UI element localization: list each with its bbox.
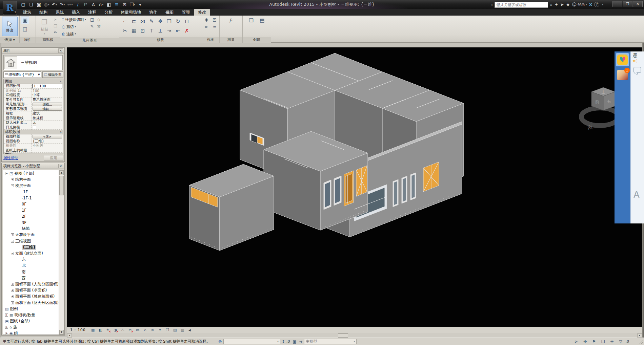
drawing-area-3d-view[interactable]: 南上前右 [67,47,642,327]
press-drag-icon[interactable]: ⚑ [592,339,596,344]
tree-item[interactable]: 北 [3,263,64,269]
center-window-2-glass[interactable] [335,178,340,203]
property-checkbox[interactable] [33,126,36,129]
browser-scrollbar[interactable]: ▲ ▼ [59,170,64,335]
viewcube-front-label[interactable]: 前 [595,100,599,104]
tree-item[interactable]: 东 [3,257,64,263]
browser-close-icon[interactable]: ✕ [58,164,63,168]
tab-系统[interactable]: 系统 [52,9,68,16]
detail-level-icon[interactable]: ▦ [90,327,96,332]
ribbon-display-toggle[interactable]: ▣▾ [163,10,175,15]
apply-button[interactable]: 应用 [44,155,63,160]
tree-item[interactable]: +▦明细表/数量 [3,312,64,318]
worksets-icon[interactable]: ⊚ [218,339,222,344]
linework-icon[interactable]: ✏ [203,24,209,30]
undo-icon[interactable]: ↶▾ [51,1,58,8]
vcb-collapse-icon[interactable]: ◀ [188,328,191,332]
revit-application-menu[interactable]: R ▾ [3,1,17,15]
visual-style-icon[interactable]: ◧ [98,327,103,332]
expand-box-icon[interactable]: + [11,283,14,286]
measure-between-refs-icon[interactable]: ∕▾ [227,17,235,24]
offset-tool-icon[interactable]: ⊏ [130,18,138,25]
tree-item[interactable]: -1F-1 [3,195,64,201]
show-crop-region-icon[interactable]: ▭ [135,327,141,332]
collapse-box-icon[interactable]: − [11,252,14,255]
design-option-combo[interactable]: 主模型▾ [304,339,357,344]
copy-to-clipboard-icon[interactable]: ❐ [53,23,59,29]
tree-item[interactable]: −楼层平面 [3,182,64,189]
scroll-up-icon[interactable]: ▲ [59,170,64,175]
scroll-down-icon[interactable]: ▼ [59,330,64,335]
tree-item[interactable]: {三维} [3,244,64,250]
temporary-view-properties-icon[interactable]: ✦ [157,327,163,332]
mirror-draw-axis-icon[interactable]: ✎ [147,18,156,25]
infocenter-collapse-icon[interactable]: ◂ [491,3,492,6]
tab-建筑[interactable]: 建筑 [19,9,35,16]
create-group-icon[interactable]: ❑ [247,17,256,24]
panel-label-modify[interactable]: 修改 [119,37,202,43]
tab-修改[interactable]: 修改 [194,9,210,16]
join-end-cut-button[interactable]: ⌶ 连接端切割▾ [62,17,86,23]
chat-avatar[interactable]: 1 [617,70,628,80]
trim-extend-single-icon[interactable]: ⇥ [165,27,173,35]
tab-结构[interactable]: 结构 [35,9,52,16]
favorites-star-icon[interactable]: ★ [566,2,570,7]
chat-bubble-icon[interactable] [633,67,641,73]
select-links-icon[interactable]: ❒ [601,339,605,344]
selection-filter-icon[interactable]: ▽ [619,339,622,344]
tree-item[interactable]: -1F [3,189,64,195]
beam-joins-icon[interactable]: ◇ [96,17,102,23]
measure-icon[interactable]: ↔▾ [66,1,74,8]
center-window-1-glass[interactable] [325,182,330,208]
property-section-图形[interactable]: 图形∧ [4,79,63,84]
shadows-off-icon[interactable]: ◑× [113,327,118,332]
tree-item[interactable]: 2F [3,213,64,219]
save-icon[interactable]: ◙ [35,1,42,8]
tab-插入[interactable]: 插入 [68,9,84,16]
properties-close-icon[interactable]: ✕ [58,48,63,53]
customize-qat-icon[interactable]: ▾ [137,1,144,8]
show-constraints-icon[interactable]: ▥ [180,327,185,332]
editable-only-filter-icon[interactable]: ↕ [282,339,285,344]
show-rendering-dialog-icon[interactable]: ♨ [120,327,126,332]
search-icon[interactable]: ⌕ [550,2,552,7]
property-edit-button[interactable]: <无> [33,135,62,138]
panel-label-geometry[interactable]: 几何图形 [60,38,119,43]
property-edit-button[interactable]: 编辑... [33,107,62,111]
move-tool-icon[interactable]: ✥ [156,18,164,25]
panel-label-clipboard[interactable]: 剪贴板 [36,37,60,43]
tree-item[interactable]: +⌂族 [3,324,64,330]
tree-item[interactable]: +面积平面 (防火分区面积) [3,300,64,306]
type-properties-icon[interactable]: ◫ [21,25,29,33]
split-face-icon[interactable]: ✎ [89,23,95,29]
trim-extend-multiple-icon[interactable]: ⇤ [174,27,182,35]
property-section-标识数据[interactable]: 标识数据∧ [4,130,63,134]
sync-icon[interactable]: ◍▾ [43,1,50,8]
cut-icon[interactable]: ✂ [53,17,59,23]
property-value[interactable]: 无 [32,120,63,125]
cut-geometry-button[interactable]: ○ 剪切▾ [62,24,86,30]
panel-label-create[interactable]: 创建 [243,37,271,43]
tab-分析[interactable]: 分析 [100,9,117,16]
property-value[interactable]: 中等 [32,93,63,98]
pin-icon[interactable]: ⊤ [147,27,156,35]
collapse-box-icon[interactable]: − [11,184,14,187]
editable-only-icon[interactable]: ⊳ [575,339,578,344]
tree-item[interactable]: 西 [3,275,64,281]
property-value[interactable]: 不相关 [32,143,63,148]
close-button[interactable]: ✕ [633,1,643,7]
tree-item[interactable]: 3F [3,220,64,226]
expand-box-icon[interactable]: + [5,314,8,317]
trim-extend-corner-icon[interactable]: ⊓ [183,18,191,25]
collapse-chevron-icon[interactable]: ∧ [60,130,62,133]
aligned-dimension-icon[interactable]: ∕ [74,1,81,8]
property-section-范围[interactable]: 范围∧ [4,153,63,154]
wall-joins-icon[interactable]: ◫ [89,17,95,23]
property-value[interactable]: 100 [32,89,63,93]
viewcube-top-label[interactable]: 上 [602,90,605,94]
workset-combo[interactable]: ▾ [223,339,280,344]
property-edit-button[interactable]: 编辑... [33,103,62,106]
tree-item[interactable]: +面积平面 (总建筑面积) [3,294,64,300]
tab-管理[interactable]: 管理 [178,9,194,16]
expand-box-icon[interactable]: + [5,332,8,335]
